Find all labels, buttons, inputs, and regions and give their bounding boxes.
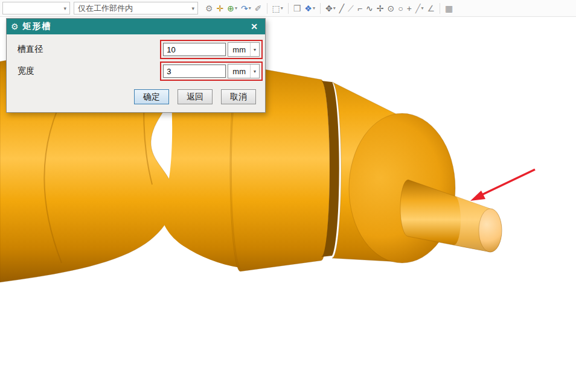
dialog-title: 矩形槽 [23,21,52,32]
width-input[interactable] [163,65,226,78]
dialog-titlebar[interactable]: ⚙ 矩形槽 ✕ [7,19,265,34]
point-icon[interactable]: ✢ [376,2,385,15]
slash-icon[interactable]: ╱▾ [414,2,424,15]
top-toolbar: ▾ 仅在工作部件内 ▾ ⚙✛⊕▾↷▾✐⬚▾❒❖▾✥▾╱⟋⌐∿✢⊙○+╱▾∠▦ [0,0,576,17]
slash-icon: ╱ [415,4,420,13]
rectangular-groove-dialog: ⚙ 矩形槽 ✕ 槽直径 mm ▾ 宽度 mm ▾ [6,18,266,113]
gears-icon[interactable]: ⚙ [204,2,214,15]
type-filter-combo[interactable]: ▾ [2,2,70,14]
gear-icon: ⚙ [11,22,19,31]
measure-icon[interactable]: ✐ [254,2,263,15]
groove-diameter-highlight-box: mm ▾ [160,40,263,59]
snap-point-icon[interactable]: ⊕▾ [226,2,238,15]
circle-icon: ○ [398,4,403,13]
measure-icon: ✐ [255,4,262,13]
gears-icon: ⚙ [205,4,213,13]
plus-icon: + [407,4,412,13]
dialog-buttons: 确定 返回 取消 [7,82,265,112]
circle-center-icon: ⊙ [388,4,395,13]
width-label: 宽度 [18,66,160,77]
dialog-body: 槽直径 mm ▾ 宽度 mm ▾ 确定 返回 取消 [7,34,265,112]
smart-point-icon[interactable]: ✛ [216,2,225,15]
groove-diameter-row: 槽直径 mm ▾ [7,39,265,60]
line-icon[interactable]: ╱ [338,2,345,15]
grid-icon[interactable]: ▦ [444,2,454,15]
dropdown-arrow-icon: ▾ [313,5,315,11]
close-button[interactable]: ✕ [248,22,261,31]
back-button[interactable]: 返回 [178,89,213,104]
smart-point-icon: ✛ [217,4,224,13]
toolbar-separator [320,3,321,14]
plus-icon[interactable]: + [406,2,413,15]
line-icon: ╱ [339,4,344,13]
width-highlight-box: mm ▾ [160,62,263,81]
snap-point-icon: ⊕ [227,4,234,13]
chevron-down-icon: ▾ [250,43,259,56]
chevron-down-icon: ▾ [62,5,68,11]
dropdown-arrow-icon: ▾ [421,5,423,11]
toolbar-separator [267,3,267,14]
arc-icon[interactable]: ⌐ [356,2,363,15]
groove-diameter-label: 槽直径 [18,44,160,55]
spline-icon: ∿ [366,4,373,13]
circle-icon[interactable]: ○ [397,2,404,15]
shaded-cube-icon: ❒ [293,4,301,13]
angle-icon: ∠ [427,4,435,13]
angle-icon[interactable]: ∠ [426,2,436,15]
undo-curve-icon: ↷ [241,4,248,13]
shaft-end-face[interactable] [479,209,502,252]
dropdown-arrow-icon: ▾ [235,5,237,11]
groove-diameter-unit-select[interactable]: mm ▾ [228,42,260,57]
ok-button[interactable]: 确定 [134,89,169,104]
close-icon: ✕ [251,22,258,31]
toolbar-separator [288,3,289,14]
rectangle-select-icon: ⬚ [272,4,280,13]
dropdown-arrow-icon: ▾ [249,5,251,11]
undo-curve-icon[interactable]: ↷▾ [240,2,252,15]
chevron-down-icon: ▾ [190,5,196,11]
view-cube-icon[interactable]: ❖▾ [303,2,316,15]
point-icon: ✢ [377,4,384,13]
pan-icon[interactable]: ✥▾ [324,2,337,15]
pan-icon: ✥ [325,4,333,13]
unit-label: mm [228,65,250,78]
view-cube-icon: ❖ [304,4,312,13]
chevron-down-icon: ▾ [250,65,259,78]
rectangle-select-icon[interactable]: ⬚▾ [271,2,284,15]
spline-icon[interactable]: ∿ [365,2,374,15]
thin-line-icon: ⟋ [348,4,354,13]
width-row: 宽度 mm ▾ [7,60,265,82]
selection-scope-value: 仅在工作部件内 [78,3,190,14]
arc-icon: ⌐ [357,4,362,13]
shaded-cube-icon[interactable]: ❒ [292,2,302,15]
dropdown-arrow-icon: ▾ [333,5,336,11]
annotation-arrow [470,169,535,201]
groove-diameter-input[interactable] [163,43,226,56]
toolbar-separator [440,3,440,14]
width-unit-select[interactable]: mm ▾ [228,64,260,78]
cancel-button[interactable]: 取消 [221,89,256,104]
thin-line-icon[interactable]: ⟋ [347,2,355,15]
grid-icon: ▦ [445,4,453,13]
toolbar-icons: ⚙✛⊕▾↷▾✐⬚▾❒❖▾✥▾╱⟋⌐∿✢⊙○+╱▾∠▦ [204,2,454,15]
dropdown-arrow-icon: ▾ [281,5,283,11]
circle-center-icon[interactable]: ⊙ [386,2,396,15]
selection-scope-combo[interactable]: 仅在工作部件内 ▾ [74,2,198,14]
unit-label: mm [228,43,250,56]
